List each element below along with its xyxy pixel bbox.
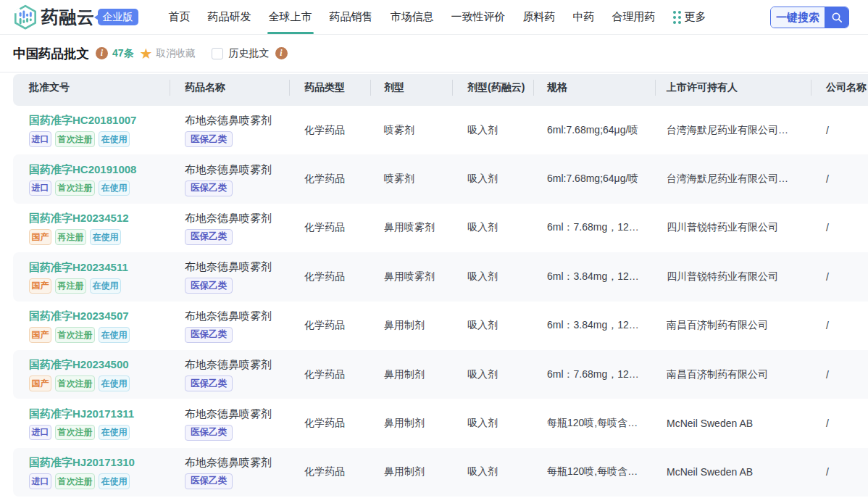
approval-tags: 国产首次注册在使用: [29, 327, 170, 343]
table-body: 国药准字HC20181007进口首次注册在使用布地奈德鼻喷雾剂医保乙类化学药品喷…: [13, 106, 868, 497]
status-tag: 首次注册: [55, 425, 95, 441]
cell-spec: 6ml：7.68mg，12…: [534, 350, 656, 399]
table-row: 国药准字H20234511国产再注册在使用布地奈德鼻喷雾剂医保乙类化学药品鼻用喷…: [13, 252, 868, 301]
approval-tags: 进口首次注册在使用: [29, 180, 170, 196]
cell-dosage-form-pharnex: 吸入剂: [453, 204, 534, 252]
drug-name: 布地奈德鼻喷雾剂: [185, 211, 290, 225]
cell-dosage-form-pharnex: 吸入剂: [453, 106, 534, 154]
column-header-0: 批准文号: [13, 74, 170, 106]
nav-item-7[interactable]: 中药: [564, 0, 604, 35]
nav-item-3[interactable]: 药品销售: [321, 0, 382, 35]
column-header-3: 剂型: [371, 74, 453, 106]
drug-tags: 医保乙类: [185, 327, 290, 343]
cell-dosage-form-pharnex: 吸入剂: [453, 350, 534, 399]
drug-tags: 医保乙类: [185, 131, 290, 147]
nav-more[interactable]: 更多: [664, 0, 715, 35]
approval-no-link[interactable]: 国药准字H20234500: [29, 357, 170, 372]
cell-holder: 台湾海默尼药业有限公司…: [656, 154, 811, 203]
table-row: 国药准字HC20181007进口首次注册在使用布地奈德鼻喷雾剂医保乙类化学药品喷…: [13, 106, 868, 154]
approval-no-link[interactable]: 国药准字H20234511: [29, 260, 170, 275]
cell-drug-name: 布地奈德鼻喷雾剂医保乙类: [170, 106, 290, 154]
page-title: 中国药品批文: [13, 45, 89, 62]
cell-drug-type: 化学药品: [290, 252, 371, 301]
cell-dosage-form: 鼻用制剂: [371, 350, 453, 399]
nav-item-8[interactable]: 合理用药: [604, 0, 664, 35]
cell-company: /: [811, 154, 868, 203]
nav-item-0[interactable]: 首页: [160, 0, 199, 35]
table-row: 国药准字HJ20171311进口首次注册在使用布地奈德鼻喷雾剂医保乙类化学药品鼻…: [13, 399, 868, 447]
apps-grid-icon: [673, 11, 681, 24]
cell-drug-type: 化学药品: [290, 106, 371, 154]
cell-holder: 四川普锐特药业有限公司: [656, 252, 811, 301]
table-row: 国药准字H20234507国产首次注册在使用布地奈德鼻喷雾剂医保乙类化学药品鼻用…: [13, 302, 868, 350]
unfavorite-button[interactable]: 取消收藏: [157, 47, 196, 60]
cell-approval-no: 国药准字HC20191008进口首次注册在使用: [13, 154, 170, 203]
status-tag: 进口: [29, 425, 51, 441]
approval-no-link[interactable]: 国药准字HJ20171311: [29, 407, 170, 421]
cell-holder: McNeil Sweden AB: [656, 399, 811, 447]
nav-item-6[interactable]: 原料药: [514, 0, 564, 35]
cell-company: /: [811, 106, 868, 154]
cell-holder: 南昌百济制药有限公司: [656, 302, 811, 350]
drug-tags: 医保乙类: [185, 473, 290, 489]
approval-no-link[interactable]: 国药准字HC20191008: [29, 162, 170, 177]
cell-approval-no: 国药准字H20234512国产再注册在使用: [13, 204, 170, 252]
approval-no-link[interactable]: 国药准字HC20181007: [29, 113, 170, 128]
table-row: 国药准字H20234500国产首次注册在使用布地奈德鼻喷雾剂医保乙类化学药品鼻用…: [13, 350, 868, 399]
status-tag: 医保乙类: [185, 278, 233, 294]
search-icon: [831, 12, 843, 23]
cell-drug-type: 化学药品: [290, 350, 371, 399]
column-header-5: 规格: [534, 74, 656, 106]
cell-dosage-form: 鼻用喷雾剂: [371, 204, 453, 252]
nav-item-5[interactable]: 一致性评价: [443, 0, 514, 35]
column-header-4: 剂型(药融云): [453, 74, 534, 106]
cell-company: /: [811, 399, 868, 447]
cell-spec: 6ml：3.84mg，12…: [534, 302, 656, 350]
search-button[interactable]: [825, 7, 848, 28]
top-navbar: 药融云 企业版 首页药品研发全球上市药品销售市场信息一致性评价原料药中药合理用药…: [0, 0, 868, 35]
history-checkbox[interactable]: [212, 48, 223, 59]
nav-item-2[interactable]: 全球上市: [260, 0, 321, 35]
history-info-icon[interactable]: i: [275, 47, 288, 59]
table-header-row: 批准文号药品名称药品类型剂型剂型(药融云)规格上市许可持有人公司名称: [13, 74, 868, 106]
cell-dosage-form: 喷雾剂: [371, 106, 453, 154]
nav-item-1[interactable]: 药品研发: [199, 0, 260, 35]
drug-name: 布地奈德鼻喷雾剂: [185, 260, 290, 274]
approval-no-link[interactable]: 国药准字H20234512: [29, 211, 170, 225]
drug-name: 布地奈德鼻喷雾剂: [185, 407, 290, 421]
cell-dosage-form: 鼻用制剂: [371, 448, 453, 497]
title-info-icon[interactable]: i: [96, 47, 108, 59]
brand-hexagon-icon: [13, 4, 38, 30]
history-filter: 历史批文 i: [212, 47, 288, 60]
status-tag: 医保乙类: [185, 180, 233, 196]
quick-search[interactable]: 一键搜索: [770, 7, 849, 28]
status-tag: 进口: [29, 473, 51, 489]
approval-no-link[interactable]: 国药准字H20234507: [29, 309, 170, 323]
cell-spec: 6ml：7.68mg，12…: [534, 204, 656, 252]
approval-tags: 进口首次注册在使用: [29, 473, 170, 489]
nav-item-4[interactable]: 市场信息: [382, 0, 443, 35]
cell-dosage-form-pharnex: 吸入剂: [453, 448, 534, 497]
status-tag: 国产: [29, 278, 51, 294]
cell-drug-name: 布地奈德鼻喷雾剂医保乙类: [170, 154, 290, 203]
result-count: 47条: [112, 47, 134, 60]
favorite-star-icon[interactable]: ★: [140, 46, 153, 61]
cell-spec: 6ml：3.84mg，12…: [534, 252, 656, 301]
status-tag: 医保乙类: [185, 375, 233, 391]
toolbar: 中国药品批文 i 47条 ★ 取消收藏 历史批文 i: [0, 35, 868, 72]
status-tag: 再注册: [55, 278, 86, 294]
drug-tags: 医保乙类: [185, 425, 290, 441]
status-tag: 首次注册: [55, 375, 95, 391]
cell-spec: 每瓶120喷,每喷含…: [534, 448, 656, 497]
status-tag: 在使用: [99, 375, 130, 391]
drug-tags: 医保乙类: [185, 180, 290, 196]
cell-dosage-form-pharnex: 吸入剂: [453, 399, 534, 447]
brand-logo[interactable]: 药融云 企业版: [13, 4, 138, 30]
cell-drug-type: 化学药品: [290, 302, 371, 350]
status-tag: 在使用: [90, 229, 121, 245]
status-tag: 在使用: [99, 180, 130, 196]
approval-no-link[interactable]: 国药准字HJ20171310: [29, 455, 170, 470]
cell-company: /: [811, 448, 868, 497]
cell-drug-type: 化学药品: [290, 154, 371, 203]
column-header-7: 公司名称: [811, 74, 868, 106]
